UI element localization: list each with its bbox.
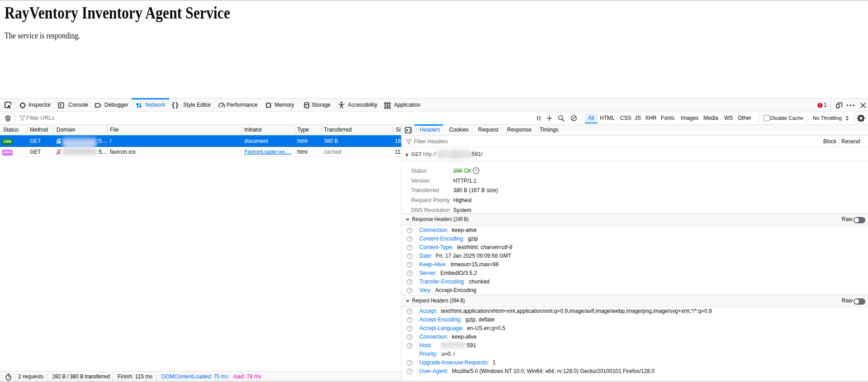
- svg-text:?: ?: [408, 228, 411, 232]
- svg-text:?: ?: [408, 343, 411, 348]
- svg-text:?: ?: [475, 168, 477, 173]
- svg-text:?: ?: [408, 317, 411, 322]
- svg-text:?: ?: [408, 309, 411, 313]
- svg-text:?: ?: [408, 254, 411, 258]
- svg-text:?: ?: [408, 271, 411, 275]
- svg-text:?: ?: [408, 335, 411, 339]
- svg-text:?: ?: [408, 262, 411, 267]
- svg-text:?: ?: [408, 279, 411, 284]
- svg-text:?: ?: [408, 369, 411, 373]
- svg-text:?: ?: [408, 245, 411, 250]
- svg-text:?: ?: [408, 360, 411, 365]
- svg-text:?: ?: [408, 288, 411, 292]
- svg-text:?: ?: [408, 236, 411, 241]
- svg-text:?: ?: [408, 326, 411, 330]
